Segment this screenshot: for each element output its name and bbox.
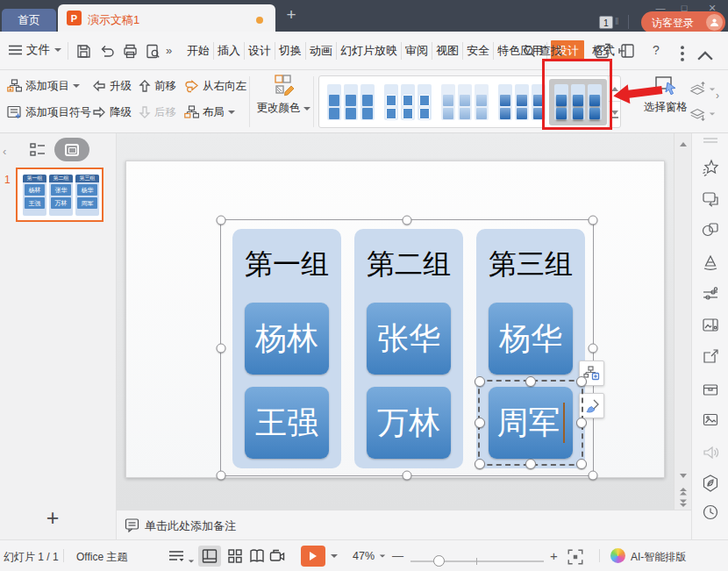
help-button[interactable]: ?: [653, 43, 660, 57]
zoom-slider-knob[interactable]: [433, 555, 445, 567]
style-thumbnail-3[interactable]: [439, 82, 490, 122]
smartart-group-2[interactable]: 第二组 张华 万林: [354, 229, 463, 468]
slide-canvas[interactable]: 第一组 杨林 王强 第二组 张华 万林 第三组 杨华 周军: [117, 133, 674, 510]
member-box[interactable]: 万林: [367, 387, 451, 459]
resize-handle[interactable]: [475, 376, 485, 387]
save-icon[interactable]: [75, 43, 92, 60]
tab-document[interactable]: P 演示文稿1: [58, 4, 275, 32]
slide-sorter-icon[interactable]: [226, 547, 244, 565]
new-window-icon[interactable]: [617, 41, 637, 61]
minimize-button[interactable]: —: [651, 1, 670, 15]
member-selection-box[interactable]: [478, 380, 583, 466]
scroll-up-button[interactable]: [674, 137, 691, 151]
frame-resize-handle[interactable]: [589, 471, 598, 481]
smartart-group-3[interactable]: 第三组 杨华 周军: [476, 229, 585, 468]
add-slide-button[interactable]: +: [35, 503, 70, 532]
reading-view-icon[interactable]: [248, 547, 266, 565]
layout-button[interactable]: 布局: [184, 104, 235, 120]
frame-resize-handle[interactable]: [589, 216, 598, 225]
right-to-left-button[interactable]: 从右向左: [184, 78, 246, 94]
member-box[interactable]: 杨林: [245, 303, 329, 375]
new-tab-button[interactable]: +: [281, 4, 302, 26]
file-menu[interactable]: 文件: [9, 42, 61, 58]
frame-resize-handle[interactable]: [589, 343, 598, 353]
resize-handle[interactable]: [475, 459, 485, 469]
find-button[interactable]: 查找: [523, 43, 562, 59]
slide-surface[interactable]: 第一组 杨林 王强 第二组 张华 万林 第三组 杨华 周军: [125, 161, 665, 478]
outline-view-icon[interactable]: [29, 141, 46, 159]
change-shape-icon[interactable]: [701, 189, 720, 209]
undo-icon[interactable]: [99, 43, 116, 60]
resize-handle[interactable]: [525, 459, 536, 469]
group-header[interactable]: 第二组: [354, 238, 463, 294]
style-thumbnail-1[interactable]: [325, 82, 376, 122]
zoom-in-button[interactable]: +: [550, 548, 558, 563]
tab-home[interactable]: 首页: [2, 9, 56, 32]
add-item-button[interactable]: 添加项目: [7, 78, 80, 94]
ai-layout-label[interactable]: AI-智能排版: [631, 550, 686, 565]
resource-box-icon[interactable]: [701, 380, 720, 399]
properties-sliders-icon[interactable]: [701, 285, 720, 304]
tab-slideshow[interactable]: 幻灯片放映: [337, 42, 402, 60]
resize-handle[interactable]: [576, 459, 587, 469]
tab-count-badge[interactable]: 1: [599, 16, 613, 29]
tab-transition[interactable]: 切换: [275, 42, 306, 60]
collapse-panel-button[interactable]: ‹: [3, 145, 6, 158]
sidebar-drag-handle[interactable]: [703, 138, 717, 143]
frame-resize-handle[interactable]: [403, 216, 412, 225]
theme-name[interactable]: Office 主题: [76, 550, 127, 565]
group-header[interactable]: 第三组: [476, 238, 585, 294]
tab-insert[interactable]: 插入: [214, 42, 245, 60]
shapes-icon[interactable]: [701, 220, 720, 239]
resize-handle[interactable]: [475, 418, 485, 428]
fit-to-window-icon[interactable]: [567, 548, 584, 566]
history-clock-icon[interactable]: [701, 503, 720, 522]
quickbar-more-button[interactable]: »: [166, 44, 172, 57]
slideshow-options-caret[interactable]: [331, 554, 338, 558]
style-thumbnail-2[interactable]: [382, 82, 433, 122]
scroll-down-button[interactable]: [674, 468, 691, 482]
next-slide-button[interactable]: [674, 496, 691, 510]
slide-thumbnail[interactable]: 第一组 杨林 王强 第二组 张华 万林 第三组 杨华 周军: [16, 168, 103, 222]
zoom-level[interactable]: 47%: [353, 550, 375, 562]
print-icon[interactable]: [122, 43, 139, 60]
stock-images-icon[interactable]: [701, 316, 720, 335]
resize-handle[interactable]: [576, 376, 587, 387]
frame-resize-handle[interactable]: [217, 343, 226, 353]
frame-resize-handle[interactable]: [217, 471, 226, 481]
frame-resize-handle[interactable]: [403, 471, 412, 481]
tab-animation[interactable]: 动画: [306, 42, 337, 60]
tab-start[interactable]: 开始: [183, 42, 214, 60]
notes-toggle-icon[interactable]: [168, 547, 185, 565]
effects-star-icon[interactable]: [701, 158, 720, 177]
collapse-ribbon-icon[interactable]: [696, 46, 715, 65]
start-slideshow-button[interactable]: [301, 546, 325, 567]
eco-badge-icon[interactable]: [701, 474, 720, 493]
slide-view-toggle[interactable]: [54, 138, 89, 161]
resize-handle[interactable]: [576, 418, 587, 428]
resize-handle[interactable]: [525, 376, 536, 387]
tab-design[interactable]: 设计: [245, 42, 275, 60]
toolbar-expand-button[interactable]: ›: [716, 89, 719, 102]
notes-bar[interactable]: 单击此处添加备注: [117, 510, 691, 539]
member-box[interactable]: 张华: [367, 303, 451, 375]
change-colors-button[interactable]: 更改颜色: [255, 75, 311, 116]
group-header[interactable]: 第一组: [232, 238, 341, 294]
demote-button[interactable]: 降级: [92, 104, 132, 120]
normal-view-icon[interactable]: [201, 547, 218, 565]
move-forward-button[interactable]: 前移: [139, 78, 176, 94]
zoom-slider[interactable]: [410, 560, 544, 562]
zoom-caret[interactable]: [380, 554, 385, 557]
wordart-icon[interactable]: [701, 253, 720, 272]
tab-view[interactable]: 视图: [432, 42, 463, 60]
picture-icon[interactable]: [701, 410, 720, 430]
tab-security[interactable]: 安全: [463, 42, 494, 60]
kebab-menu-icon[interactable]: [673, 44, 692, 63]
canvas-scrollbar[interactable]: [674, 133, 691, 510]
member-box[interactable]: 杨华: [489, 303, 573, 375]
close-button[interactable]: ✕: [703, 1, 722, 15]
add-bullet-button[interactable]: 添加项目符号: [7, 104, 91, 120]
print-preview-icon[interactable]: [145, 43, 161, 60]
member-box[interactable]: 王强: [245, 387, 329, 459]
send-backward-button[interactable]: [689, 103, 716, 125]
